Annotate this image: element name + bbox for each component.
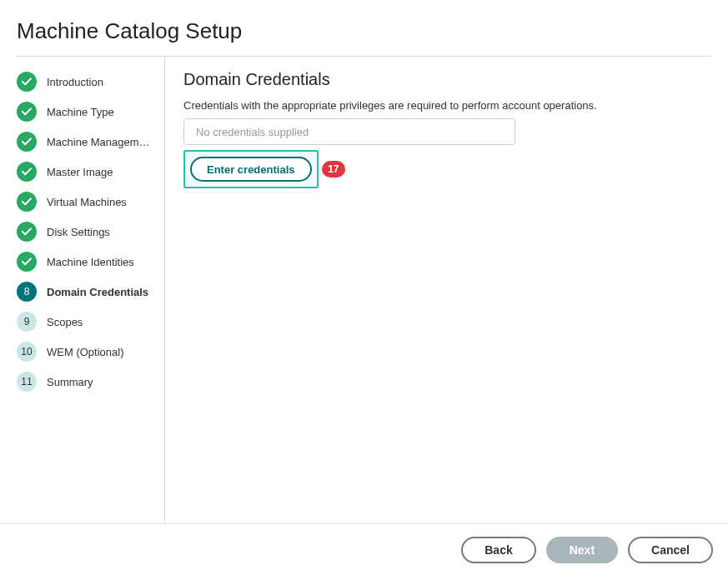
sidebar-item-label: Master Image: [47, 166, 113, 178]
page-title: Machine Catalog Setup: [17, 18, 711, 56]
check-icon: [17, 162, 37, 182]
sidebar-item-label: WEM (Optional): [47, 346, 123, 358]
step-number-icon: 11: [17, 372, 37, 392]
main-description: Credentials with the appropriate privile…: [183, 99, 711, 112]
check-icon: [17, 222, 37, 242]
sidebar-item-summary[interactable]: 11 Summary: [17, 367, 164, 397]
enter-credentials-highlight: Enter credentials 17: [183, 150, 319, 188]
check-icon: [17, 102, 37, 122]
main-heading: Domain Credentials: [183, 70, 711, 89]
sidebar-item-domain-credentials[interactable]: 8 Domain Credentials: [17, 277, 164, 307]
sidebar-item-machine-management[interactable]: Machine Managem…: [17, 127, 164, 157]
back-button[interactable]: Back: [461, 537, 535, 563]
main-panel: Domain Credentials Credentials with the …: [165, 57, 711, 525]
sidebar-item-machine-type[interactable]: Machine Type: [17, 97, 164, 127]
wizard-footer: Back Next Cancel: [0, 523, 728, 575]
step-number-icon: 8: [17, 282, 37, 302]
sidebar-item-master-image[interactable]: Master Image: [17, 157, 164, 187]
sidebar-item-disk-settings[interactable]: Disk Settings: [17, 217, 164, 247]
next-button[interactable]: Next: [546, 537, 618, 563]
callout-badge: 17: [322, 161, 344, 178]
sidebar-item-scopes[interactable]: 9 Scopes: [17, 307, 164, 337]
sidebar-item-label: Virtual Machines: [47, 196, 127, 208]
sidebar-item-machine-identities[interactable]: Machine Identities: [17, 247, 164, 277]
step-number-icon: 9: [17, 312, 37, 332]
sidebar-item-label: Domain Credentials: [47, 286, 148, 298]
sidebar-item-label: Summary: [47, 376, 93, 388]
check-icon: [17, 72, 37, 92]
sidebar-item-label: Machine Type: [47, 106, 114, 118]
enter-credentials-button[interactable]: Enter credentials: [190, 157, 312, 182]
sidebar-item-label: Machine Identities: [47, 256, 134, 268]
cancel-button[interactable]: Cancel: [628, 537, 713, 563]
sidebar-item-virtual-machines[interactable]: Virtual Machines: [17, 187, 164, 217]
check-icon: [17, 252, 37, 272]
sidebar-item-label: Introduction: [47, 76, 103, 88]
sidebar-item-label: Scopes: [47, 316, 83, 328]
wizard-sidebar: Introduction Machine Type Machine Manage…: [17, 57, 165, 525]
sidebar-item-label: Disk Settings: [47, 226, 110, 238]
sidebar-item-introduction[interactable]: Introduction: [17, 67, 164, 97]
check-icon: [17, 132, 37, 152]
sidebar-item-label: Machine Managem…: [47, 136, 150, 148]
sidebar-item-wem-optional[interactable]: 10 WEM (Optional): [17, 337, 164, 367]
credentials-input[interactable]: [183, 118, 515, 145]
check-icon: [17, 192, 37, 212]
step-number-icon: 10: [17, 342, 37, 362]
